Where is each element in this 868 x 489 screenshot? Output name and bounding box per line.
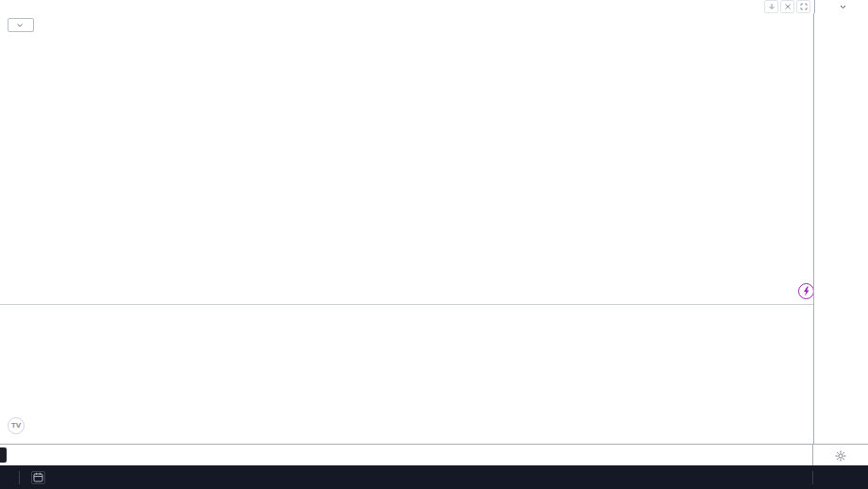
bottom-toolbar (0, 465, 868, 489)
price-scale[interactable] (813, 13, 868, 444)
time-scale-settings[interactable] (812, 445, 868, 466)
toolbar-divider (812, 471, 813, 484)
chart-header (0, 0, 868, 13)
rsi-indicator-pane[interactable]: TV (0, 304, 813, 445)
price-chart-pane[interactable] (0, 13, 813, 304)
time-scale[interactable] (0, 444, 868, 466)
boost-icon[interactable] (798, 283, 814, 299)
rsi-canvas[interactable] (0, 305, 813, 444)
chevron-down-icon (840, 5, 846, 9)
calendar-icon (33, 472, 43, 482)
currency-selector[interactable] (814, 0, 868, 13)
chevron-down-icon (17, 24, 23, 27)
pane-controls (762, 0, 868, 13)
crosshair-date-badge (0, 447, 7, 463)
price-chart-canvas[interactable] (0, 13, 813, 304)
toolbar-divider (19, 471, 20, 484)
gear-icon[interactable] (835, 450, 846, 462)
go-to-date-button[interactable] (31, 471, 45, 484)
pane-move-down-icon[interactable] (764, 0, 778, 13)
pane-maximize-icon[interactable] (796, 0, 810, 13)
indicators-legend-collapsed[interactable] (8, 18, 34, 32)
pane-close-icon[interactable] (780, 0, 794, 13)
tradingview-logo[interactable]: TV (8, 417, 25, 434)
tradingview-chart-window: TV (0, 0, 868, 489)
